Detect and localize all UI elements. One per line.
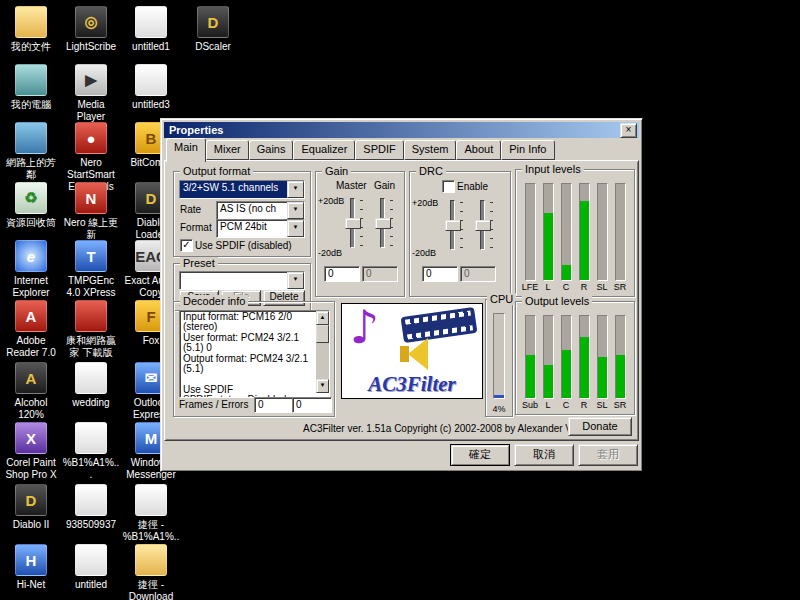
desktop-icon[interactable]: 938509937 (62, 484, 120, 531)
scroll-down-icon[interactable]: ▼ (316, 379, 329, 393)
desktop-icon-label: Corel Paint Shop Pro X (2, 457, 60, 481)
red-icon: N (75, 182, 107, 214)
drc-enable-checkbox[interactable] (442, 180, 455, 193)
desktop-icon[interactable]: AAlcohol 120% (2, 362, 60, 421)
desktop-icon[interactable]: 網路上的芳鄰 (2, 122, 60, 181)
level-meter (525, 183, 536, 281)
scrollbar-thumb[interactable] (316, 325, 329, 343)
frames-value: 0 (254, 397, 294, 413)
desktop-icon[interactable]: 我的電腦 (2, 64, 60, 111)
group-title: Gain (322, 165, 351, 177)
channels-select[interactable]: 3/2+SW 5.1 channels ▼ (179, 180, 305, 199)
desktop-icon[interactable]: wedding (62, 362, 120, 409)
gain-bottom-label: -20dB (318, 248, 342, 258)
logo-text: AC3Filter (342, 372, 482, 397)
desktop-icon-label: DScaler (184, 41, 242, 53)
format-select[interactable]: PCM 24bit ▼ (216, 219, 305, 238)
desktop-icon[interactable]: ♻資源回收筒 (2, 182, 60, 229)
close-icon: × (626, 124, 632, 135)
desktop-icon-label: 資源回收筒 (2, 217, 60, 229)
desktop-icon[interactable]: untitled1 (122, 6, 180, 53)
chevron-down-icon[interactable]: ▼ (287, 272, 304, 289)
desktop-icon[interactable]: %B1%A1%... (62, 422, 120, 481)
format-label: Format (180, 222, 212, 233)
meter-label: SL (596, 282, 607, 293)
rate-label: Rate (180, 204, 201, 215)
desktop-icon[interactable]: 捷徑 - Download (122, 544, 180, 600)
meter-label: LFE (522, 282, 539, 293)
desktop-icon[interactable]: eInternet Explorer (2, 240, 60, 299)
chevron-down-icon[interactable]: ▼ (287, 220, 304, 237)
tab-about[interactable]: About (456, 140, 501, 160)
desktop-icon[interactable]: 我的文件 (2, 6, 60, 53)
drc-power-value[interactable]: 0 (422, 266, 458, 282)
decoder-scrollbar[interactable]: ▲ ▼ (316, 311, 329, 393)
drc-top-label: +20dB (412, 198, 438, 208)
desktop-icon[interactable]: HHi-Net (2, 544, 60, 591)
desktop-icon[interactable]: DDiablo II (2, 484, 60, 531)
use-spdif-checkbox[interactable]: ✓ (180, 239, 193, 252)
drc-power-slider[interactable] (444, 198, 464, 252)
meter-label: R (581, 400, 588, 411)
tab-equalizer[interactable]: Equalizer (293, 140, 355, 160)
level-meter (543, 183, 554, 281)
doc-icon (135, 64, 167, 96)
desktop-icon-label: wedding (62, 397, 120, 409)
desktop-icon-label: %B1%A1%... (62, 457, 120, 481)
desktop-icon-label: 網路上的芳鄰 (2, 157, 60, 181)
gain-slider[interactable] (374, 196, 394, 250)
doc-icon (75, 544, 107, 576)
level-meter (561, 183, 572, 281)
close-button[interactable]: × (620, 123, 637, 138)
master-gain-value[interactable]: 0 (324, 266, 360, 282)
tab-system[interactable]: System (404, 140, 457, 160)
master-gain-slider[interactable] (344, 196, 364, 250)
cancel-button[interactable]: 取消 (514, 444, 574, 466)
title-bar[interactable]: Properties × (164, 122, 639, 138)
ok-button[interactable]: 確定 (450, 444, 510, 466)
desktop-icon[interactable]: ◎LightScribe (62, 6, 120, 53)
version-text: AC3Filter ver. 1.51a Copyright (c) 2002-… (303, 423, 605, 434)
scroll-up-icon[interactable]: ▲ (316, 311, 329, 325)
tab-mixer[interactable]: Mixer (206, 140, 249, 160)
chevron-down-icon[interactable]: ▼ (287, 181, 304, 198)
desktop-icon[interactable]: 康和網路贏家 下載版 (62, 300, 120, 359)
red-icon: ● (75, 122, 107, 154)
level-meter (579, 183, 590, 281)
group-title: DRC (416, 165, 446, 177)
desktop-icon-label: untitled1 (122, 41, 180, 53)
dark-icon: D (15, 484, 47, 516)
desktop-icon[interactable]: untitled3 (122, 64, 180, 111)
gain-column-label: Gain (374, 180, 395, 191)
input-level-meters: LFELCRSLSR (521, 183, 629, 293)
desktop-icon[interactable]: XCorel Paint Shop Pro X (2, 422, 60, 481)
rate-select[interactable]: AS IS (no ch ▼ (216, 201, 305, 220)
blue-icon: H (15, 544, 47, 576)
doc-icon (75, 484, 107, 516)
desktop-icon[interactable]: DDScaler (184, 6, 242, 53)
level-meter (615, 315, 626, 399)
tab-spdif[interactable]: SPDIF (355, 140, 403, 160)
tab-pin-info[interactable]: Pin Info (501, 140, 554, 160)
chevron-down-icon[interactable]: ▼ (287, 202, 304, 219)
desktop-icon[interactable]: TTMPGEnc 4.0 XPress (62, 240, 120, 299)
donate-button[interactable]: Donate (568, 417, 632, 436)
desktop-icon[interactable]: untitled (62, 544, 120, 591)
doc-icon (75, 362, 107, 394)
desktop-icon[interactable]: AAdobe Reader 7.0 (2, 300, 60, 359)
level-meter (597, 315, 608, 399)
tab-bar: MainMixerGainsEqualizerSPDIFSystemAboutP… (164, 141, 639, 160)
desktop-icon-label: Internet Explorer (2, 275, 60, 299)
group-title: Decoder info (180, 295, 248, 307)
drc-level-slider[interactable] (474, 198, 494, 252)
preset-select[interactable]: ▼ (179, 271, 305, 290)
tab-main[interactable]: Main (166, 138, 206, 162)
meter-label: Sub (522, 400, 538, 411)
drc-enable-label: Enable (457, 181, 488, 192)
use-spdif-label: Use SPDIF (disabled) (195, 240, 292, 251)
desktop-icon-label: 康和網路贏家 下載版 (62, 335, 120, 359)
scrollbar-track[interactable] (316, 325, 329, 379)
desktop-icon[interactable]: NNero 線上更新 (62, 182, 120, 241)
decoder-text[interactable]: Input format: PCM16 2/0 (stereo)User for… (179, 310, 330, 398)
tab-gains[interactable]: Gains (249, 140, 294, 160)
